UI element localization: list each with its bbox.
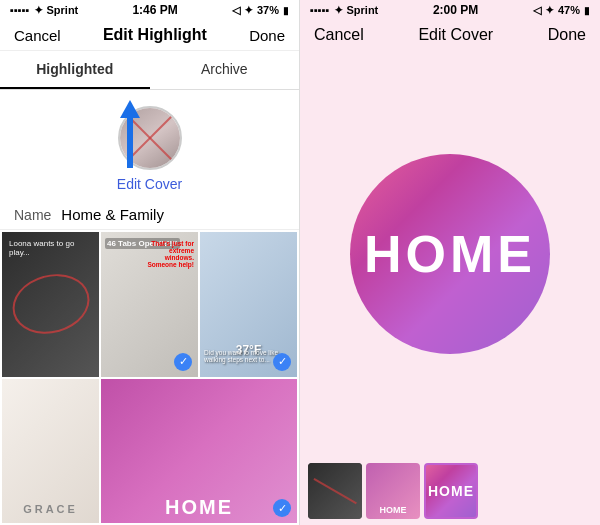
cover-section: Edit Cover	[0, 90, 299, 200]
left-nav-title: Edit Highlight	[103, 26, 207, 44]
left-battery: ◁ ✦ 37% ▮	[232, 4, 289, 17]
right-status-bar: ▪▪▪▪▪ ✦ Sprint 2:00 PM ◁ ✦ 47% ▮	[300, 0, 600, 20]
carrier-label: Sprint	[47, 4, 79, 16]
story-cell-2[interactable]: 46 Tabs Open!!!!!!! That's just for extr…	[101, 232, 198, 377]
filmstrip-thumb-3[interactable]: HOME	[424, 463, 478, 519]
left-panel: ▪▪▪▪▪ ✦ Sprint 1:46 PM ◁ ✦ 37% ▮ Cancel …	[0, 0, 300, 525]
left-done-button[interactable]: Done	[249, 27, 285, 44]
film-3-home-text: HOME	[428, 483, 474, 499]
right-carrier: ▪▪▪▪▪ ✦ Sprint	[310, 4, 378, 17]
filmstrip-thumb-2[interactable]: HOME	[366, 463, 420, 519]
edit-cover-button[interactable]: Edit Cover	[117, 176, 182, 192]
right-main-area: HOME	[300, 50, 600, 457]
location-icon: ◁	[232, 4, 240, 17]
battery-icon: ▮	[283, 5, 289, 16]
story-cell-4[interactable]: GRACE	[2, 379, 99, 524]
story-cell-3[interactable]: 37°F Did you want to move like walking s…	[200, 232, 297, 377]
squiggle-decoration	[6, 266, 96, 342]
story-grid: Loona wants to go play... 46 Tabs Open!!…	[0, 230, 299, 525]
arrow-shaft	[127, 118, 133, 168]
right-carrier-label: Sprint	[347, 4, 379, 16]
right-signal-icon: ▪▪▪▪▪	[310, 4, 330, 16]
film-2-text: HOME	[366, 505, 420, 515]
story-4-text: GRACE	[23, 503, 78, 515]
story-5-check: ✓	[273, 499, 291, 517]
story-cell-5[interactable]: HOME ✓	[101, 379, 297, 524]
story-cell-1[interactable]: Loona wants to go play...	[2, 232, 99, 377]
right-battery-level: 47%	[558, 4, 580, 16]
left-cancel-button[interactable]: Cancel	[14, 27, 61, 44]
right-done-button[interactable]: Done	[548, 26, 586, 44]
story-5-home-text: HOME	[101, 379, 297, 524]
battery-level: 37%	[257, 4, 279, 16]
right-nav-bar: Cancel Edit Cover Done	[300, 20, 600, 50]
left-carrier: ▪▪▪▪▪ ✦ Sprint	[10, 4, 78, 17]
name-label: Name	[14, 207, 51, 223]
filmstrip-thumb-1[interactable]	[308, 463, 362, 519]
right-battery: ◁ ✦ 47% ▮	[533, 4, 590, 17]
wifi-icon: ✦	[34, 4, 43, 17]
story-2-subtext: That's just for extreme windows. Someone…	[144, 240, 194, 268]
name-value: Home & Family	[61, 206, 164, 223]
left-status-bar: ▪▪▪▪▪ ✦ Sprint 1:46 PM ◁ ✦ 37% ▮	[0, 0, 299, 20]
name-row: Name Home & Family	[0, 200, 299, 230]
story-2-check: ✓	[174, 353, 192, 371]
left-nav-bar: Cancel Edit Highlight Done	[0, 20, 299, 51]
story-3-check: ✓	[273, 353, 291, 371]
cover-preview-circle: HOME	[350, 154, 550, 354]
right-location-icon: ◁	[533, 4, 541, 17]
story-1-text: Loona wants to go play...	[6, 236, 99, 260]
right-battery-icon: ▮	[584, 5, 590, 16]
arrow-indicator	[120, 100, 140, 168]
right-bluetooth-icon: ✦	[545, 4, 554, 17]
tab-highlighted[interactable]: Highlighted	[0, 51, 150, 89]
left-time: 1:46 PM	[132, 3, 177, 17]
filmstrip: HOME HOME	[300, 457, 600, 525]
right-nav-title: Edit Cover	[418, 26, 493, 44]
arrow-head	[120, 100, 140, 118]
cover-preview-text: HOME	[364, 224, 536, 284]
right-wifi-icon: ✦	[334, 4, 343, 17]
bluetooth-icon: ✦	[244, 4, 253, 17]
signal-icon: ▪▪▪▪▪	[10, 4, 30, 16]
right-time: 2:00 PM	[433, 3, 478, 17]
left-tabs: Highlighted Archive	[0, 51, 299, 90]
right-panel: ▪▪▪▪▪ ✦ Sprint 2:00 PM ◁ ✦ 47% ▮ Cancel …	[300, 0, 600, 525]
right-cancel-button[interactable]: Cancel	[314, 26, 364, 44]
tab-archive[interactable]: Archive	[150, 51, 300, 89]
